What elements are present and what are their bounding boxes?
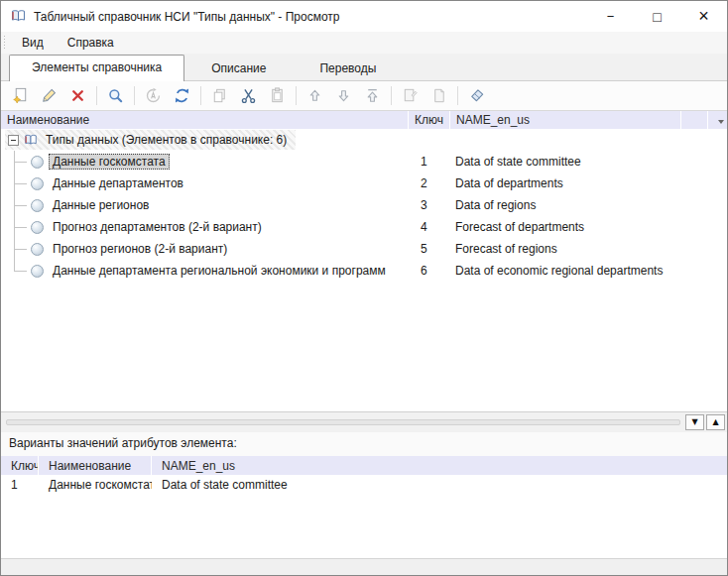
toolbar-separator <box>457 86 458 105</box>
tree-header: Наименование Ключ NAME_en_us <box>1 111 727 129</box>
document-icon <box>429 86 448 105</box>
bottom-name-cell: Данные госкомстата <box>39 478 152 492</box>
search-button[interactable] <box>101 84 130 108</box>
name-en-cell: Data of departments <box>450 176 727 190</box>
move-down-button[interactable] <box>329 84 358 108</box>
element-sphere-icon <box>31 243 44 256</box>
tree-connector <box>1 173 31 194</box>
collapse-expander-icon[interactable] <box>8 135 19 146</box>
tree-connector <box>1 216 31 238</box>
tree-row[interactable]: Прогноз департаментов (2-й вариант) 4 Fo… <box>1 216 727 238</box>
move-to-top-button[interactable] <box>358 84 387 108</box>
key-cell: 3 <box>409 198 450 212</box>
tree-row[interactable]: Данные госкомстата 1 Data of state commi… <box>1 151 727 173</box>
name-en-cell: Forecast of regions <box>450 242 727 256</box>
paste-button <box>263 84 292 108</box>
tree-root-label: Типы данных (Элементов в справочнике: 6) <box>42 132 291 148</box>
tree-row[interactable]: Данные департаментов 2 Data of departmen… <box>1 173 727 194</box>
delete-item-button[interactable] <box>63 84 92 108</box>
window-title: Табличный справочник НСИ "Типы данных" -… <box>34 10 340 24</box>
clear-button[interactable] <box>462 84 491 108</box>
name-en-cell: Data of state committee <box>450 155 727 169</box>
key-cell: 6 <box>409 264 450 278</box>
name-en-cell: Data of economic regional departments <box>450 264 727 278</box>
splitter-expand-down-button[interactable]: ▼ <box>685 414 704 430</box>
tree-row-label: Данные регионов <box>49 197 153 213</box>
tab-elements[interactable]: Элементы справочника <box>9 55 184 81</box>
toolbar-grip <box>4 36 5 50</box>
element-sphere-icon <box>31 221 44 234</box>
bottom-table-row[interactable]: 1 Данные госкомстата Data of state commi… <box>1 475 727 494</box>
pencil-icon <box>40 86 59 105</box>
tree-row-label: Данные департаментов <box>49 175 187 191</box>
key-cell: 4 <box>409 220 450 234</box>
bottom-name-en-cell: Data of state committee <box>152 478 727 492</box>
bottom-table-empty-area <box>1 494 727 558</box>
add-item-button[interactable] <box>6 84 35 108</box>
toolbar-separator <box>200 86 201 105</box>
column-header-key[interactable]: Ключ <box>409 111 450 129</box>
edit-item-button[interactable] <box>35 84 63 108</box>
column-header-name-en[interactable]: NAME_en_us <box>450 111 681 129</box>
attribute-variants-label: Варианты значений атрибутов элемента: <box>1 432 727 456</box>
tree-row[interactable]: Прогноз регионов (2-й вариант) 5 Forecas… <box>1 238 727 260</box>
copy-document-button <box>425 84 453 108</box>
chevron-down-icon <box>718 120 724 127</box>
status-bar <box>1 558 727 575</box>
tab-strip: Элементы справочника Описание Переводы <box>1 54 727 81</box>
refresh-icon <box>173 86 191 105</box>
name-en-cell: Forecast of departments <box>450 220 727 234</box>
bottom-column-header-key[interactable]: Ключ <box>1 456 39 475</box>
column-header-name[interactable]: Наименование <box>1 111 409 129</box>
tab-translations[interactable]: Переводы <box>293 57 403 80</box>
refresh-button[interactable] <box>168 84 196 108</box>
name-en-cell: Data of regions <box>450 198 727 212</box>
cut-button[interactable] <box>234 84 263 108</box>
tree-connector <box>1 151 31 173</box>
element-sphere-icon <box>31 199 44 212</box>
tree-row-label: Данные госкомстата <box>49 154 170 170</box>
arrow-down-icon <box>334 86 353 105</box>
splitter-groove[interactable] <box>6 419 680 425</box>
add-item-icon <box>11 86 30 105</box>
toolbar <box>1 81 727 111</box>
menu-help[interactable]: Справка <box>59 33 123 53</box>
move-up-button[interactable] <box>301 84 329 108</box>
replace-button <box>139 84 168 108</box>
toolbar-separator <box>134 86 135 105</box>
key-cell: 2 <box>409 176 450 190</box>
tree-root-row[interactable]: Типы данных (Элементов в справочнике: 6) <box>1 129 727 151</box>
app-window: Табличный справочник НСИ "Типы данных" -… <box>0 0 728 576</box>
replace-icon <box>144 86 163 105</box>
triangle-up-icon: ▲ <box>712 418 718 426</box>
copy-button <box>205 84 234 108</box>
window-controls: − □ × <box>587 1 727 32</box>
scissors-icon <box>239 86 258 105</box>
element-sphere-icon <box>31 265 44 278</box>
tab-description[interactable]: Описание <box>184 57 293 80</box>
tree-row[interactable]: Данные департамента региональной экономи… <box>1 260 727 282</box>
column-chooser-button[interactable] <box>708 111 727 129</box>
minimize-button[interactable]: − <box>587 1 634 32</box>
bottom-column-header-name[interactable]: Наименование <box>39 456 152 475</box>
element-sphere-icon <box>31 177 44 190</box>
horizontal-splitter[interactable]: ▼ ▲ <box>1 411 727 432</box>
tree-connector <box>1 260 31 282</box>
splitter-expand-up-button[interactable]: ▲ <box>706 414 725 430</box>
close-button[interactable]: × <box>680 1 727 32</box>
paste-icon <box>268 86 287 105</box>
key-cell: 1 <box>409 155 450 169</box>
toolbar-separator <box>296 86 297 105</box>
edit-document-button <box>396 84 425 108</box>
tree-row[interactable]: Данные регионов 3 Data of regions <box>1 194 727 216</box>
title-bar: Табличный справочник НСИ "Типы данных" -… <box>1 1 727 32</box>
bottom-column-header-name-en[interactable]: NAME_en_us <box>152 456 727 475</box>
maximize-button[interactable]: □ <box>634 1 680 32</box>
tree-row-label: Прогноз регионов (2-й вариант) <box>49 241 231 257</box>
bottom-table-header: Ключ Наименование NAME_en_us <box>1 456 727 475</box>
menu-bar: Вид Справка <box>1 32 727 54</box>
tree-root-node: Типы данных (Элементов в справочнике: 6) <box>5 130 296 150</box>
toolbar-separator <box>391 86 392 105</box>
menu-view[interactable]: Вид <box>13 33 53 53</box>
column-header-blank <box>681 111 708 129</box>
